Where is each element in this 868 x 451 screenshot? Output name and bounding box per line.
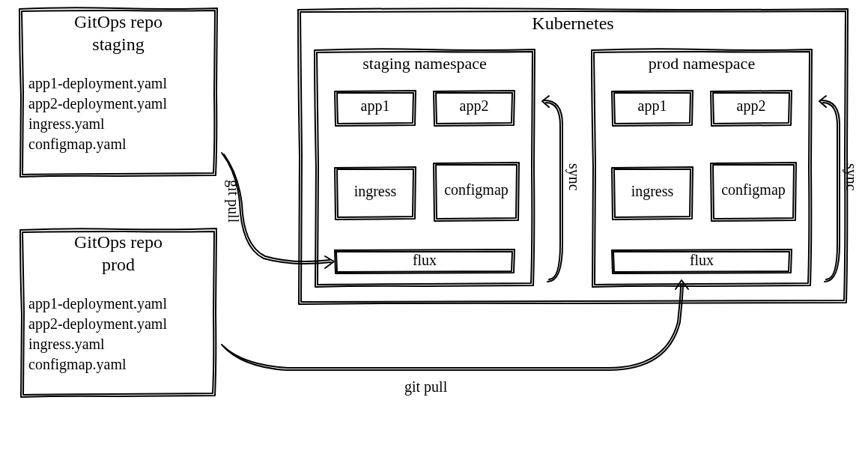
repo-prod-box: GitOps repo prod app1-deployment.yaml ap… bbox=[18, 226, 219, 399]
repo-staging-files: app1-deployment.yaml app2-deployment.yam… bbox=[28, 73, 167, 154]
prod-sync-arrow-icon bbox=[817, 94, 847, 289]
prod-app1-label: app1 bbox=[610, 97, 694, 115]
staging-app1-box: app1 bbox=[333, 88, 417, 127]
prod-ingress-label: ingress bbox=[610, 183, 694, 200]
prod-app2-box: app2 bbox=[709, 88, 793, 127]
repo-staging-file: app2-deployment.yaml bbox=[28, 94, 167, 114]
namespace-staging-box: staging namespace app1 app2 ingress conf… bbox=[312, 46, 537, 289]
prod-configmap-box: configmap bbox=[709, 160, 798, 223]
repo-prod-file: ingress.yaml bbox=[28, 334, 167, 354]
git-pull-staging-label: git pull bbox=[225, 180, 242, 223]
repo-prod-title-1: GitOps repo bbox=[18, 232, 219, 252]
repo-staging-file: configmap.yaml bbox=[28, 134, 167, 154]
namespace-prod-box: prod namespace app1 app2 ingress configm… bbox=[589, 46, 814, 289]
prod-app1-box: app1 bbox=[610, 88, 694, 127]
staging-app2-box: app2 bbox=[432, 88, 516, 127]
namespace-prod-title: prod namespace bbox=[589, 54, 814, 73]
prod-configmap-label: configmap bbox=[709, 181, 798, 199]
repo-prod-title-2: prod bbox=[18, 255, 219, 275]
prod-sync-label: sync bbox=[843, 163, 860, 191]
staging-sync-label: sync bbox=[565, 163, 583, 191]
staging-app1-label: app1 bbox=[333, 97, 417, 115]
prod-ingress-box: ingress bbox=[610, 165, 694, 222]
staging-ingress-box: ingress bbox=[333, 165, 417, 222]
repo-prod-file: configmap.yaml bbox=[28, 354, 167, 375]
repo-staging-box: GitOps repo staging app1-deployment.yaml… bbox=[18, 6, 219, 178]
repo-staging-file: ingress.yaml bbox=[28, 114, 167, 134]
prod-flux-label: flux bbox=[610, 252, 793, 269]
repo-prod-file: app2-deployment.yaml bbox=[28, 314, 167, 334]
staging-configmap-box: configmap bbox=[432, 160, 521, 223]
repo-prod-file: app1-deployment.yaml bbox=[28, 294, 167, 314]
repo-prod-files: app1-deployment.yaml app2-deployment.yam… bbox=[28, 294, 167, 375]
namespace-staging-title: staging namespace bbox=[312, 54, 537, 73]
staging-sync-arrow-icon bbox=[540, 94, 570, 289]
prod-app2-label: app2 bbox=[709, 97, 793, 115]
staging-flux-box: flux bbox=[333, 247, 516, 276]
kubernetes-box: Kubernetes staging namespace app1 app2 i… bbox=[296, 6, 850, 306]
prod-flux-box: flux bbox=[610, 247, 793, 276]
staging-configmap-label: configmap bbox=[432, 181, 521, 199]
git-pull-prod-label: git pull bbox=[404, 378, 447, 396]
kubernetes-title: Kubernetes bbox=[296, 13, 850, 34]
diagram-canvas: GitOps repo staging app1-deployment.yaml… bbox=[0, 0, 868, 451]
staging-ingress-label: ingress bbox=[333, 183, 417, 200]
staging-flux-label: flux bbox=[333, 252, 516, 269]
repo-staging-title-1: GitOps repo bbox=[18, 12, 219, 32]
git-pull-prod-arrow-icon bbox=[219, 277, 698, 405]
repo-staging-file: app1-deployment.yaml bbox=[28, 73, 167, 94]
repo-staging-title-2: staging bbox=[18, 34, 219, 55]
staging-app2-label: app2 bbox=[432, 97, 516, 115]
